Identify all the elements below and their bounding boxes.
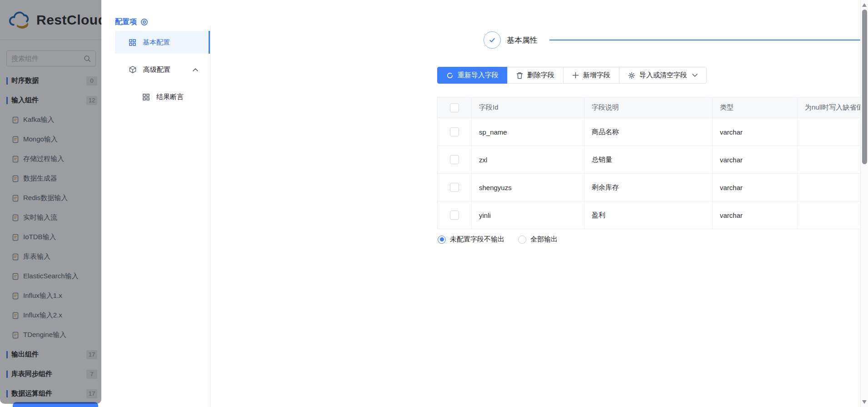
col-header-field-id: 字段Id (472, 97, 584, 118)
col-header-type: 类型 (713, 97, 798, 118)
output-option[interactable]: 全部输出 (518, 235, 558, 244)
row-checkbox[interactable] (450, 127, 459, 136)
cell-description: 总销量 (584, 146, 713, 174)
row-checkbox[interactable] (450, 211, 459, 220)
chevron-down-icon (692, 74, 698, 77)
config-panel: 配置项 基本配置 高级配置 结果断言 (101, 0, 210, 407)
row-checkbox[interactable] (450, 155, 459, 164)
drawer-mask[interactable] (0, 0, 101, 404)
output-option-label: 全部输出 (530, 235, 558, 244)
config-item-result-assert[interactable]: 结果断言 (115, 85, 210, 108)
button-label: 导入或清空字段 (639, 71, 687, 80)
radio-icon (518, 236, 526, 244)
check-icon (488, 36, 496, 44)
cell-field-id: shengyuzs (472, 174, 584, 201)
output-option-label: 未配置字段不输出 (450, 235, 504, 244)
fields-table: 字段Id 字段说明 类型 为null时写入缺省值 绑定数据转换规则 顺序 sp_… (437, 97, 868, 229)
config-item-label: 结果断言 (156, 93, 184, 101)
cell-description: 商品名称 (584, 118, 713, 146)
cell-null-default (798, 174, 868, 201)
cell-field-id: zxl (472, 146, 584, 174)
button-label: 新增字段 (583, 71, 610, 80)
component-sidebar: RestCloud 时序数据 0 输入组件 12 Kafka输入 Mongo输入 (0, 0, 101, 407)
cell-null-default (798, 118, 868, 146)
delete-fields-button[interactable]: 删除字段 (507, 67, 564, 84)
field-toolbar: 重新导入字段 删除字段 新增字段 导入或清空字段 (437, 67, 707, 84)
step-connector (549, 40, 868, 40)
cell-type: varchar (713, 146, 798, 174)
step1-label: 基本属性 (507, 35, 538, 45)
stepper: 基本属性 2 输出字段 (484, 31, 868, 49)
cell-type: varchar (713, 201, 798, 229)
reimport-fields-button[interactable]: 重新导入字段 (437, 67, 508, 84)
table-row: zxl 总销量 varchar +绑定规则 ↑↓ (438, 146, 868, 174)
button-label: 重新导入字段 (458, 71, 499, 80)
target-icon (140, 18, 148, 26)
config-item-advanced[interactable]: 高级配置 (115, 58, 210, 81)
cube-icon (129, 65, 137, 74)
chevron-up-icon[interactable] (193, 68, 198, 71)
cell-field-id: sp_name (472, 118, 584, 146)
config-panel-title: 配置项 (115, 17, 137, 27)
vertical-scrollbar[interactable] (860, 0, 868, 407)
table-row: sp_name 商品名称 varchar +绑定规则 ↑↓ (438, 118, 868, 146)
table-row: shengyuzs 剩余库存 varchar +绑定规则 ↑↓ (438, 174, 868, 201)
grid-icon (129, 39, 136, 46)
scroll-up-arrow-icon[interactable] (862, 3, 867, 7)
cell-type: varchar (713, 118, 798, 146)
cell-description: 剩余库存 (584, 174, 713, 201)
col-header-null-default: 为null时写入缺省值 (798, 97, 868, 118)
grid-icon (142, 93, 150, 101)
scroll-down-arrow-icon[interactable] (862, 400, 867, 404)
table-row: yinli 盈利 varchar +绑定规则 ↑↓ (438, 201, 868, 229)
config-item-basic[interactable]: 基本配置 (115, 31, 210, 54)
config-title-row: 配置项 (115, 17, 148, 27)
gear-icon (628, 72, 635, 79)
drawer-main: 基本属性 2 输出字段 历史数据流信息 重新导入字段 (210, 0, 860, 407)
cell-field-id: yinli (472, 201, 584, 229)
select-all-checkbox[interactable] (450, 103, 459, 112)
button-label: 删除字段 (527, 71, 554, 80)
cell-null-default (798, 146, 868, 174)
import-or-clear-fields-button[interactable]: 导入或清空字段 (619, 67, 707, 84)
add-field-button[interactable]: 新增字段 (563, 67, 619, 84)
plus-icon (572, 72, 579, 79)
scrollbar-thumb[interactable] (862, 10, 867, 164)
row-checkbox[interactable] (450, 183, 459, 192)
trash-icon (516, 72, 523, 79)
step1-circle (484, 31, 501, 49)
cell-null-default (798, 201, 868, 229)
table-header-row: 字段Id 字段说明 类型 为null时写入缺省值 绑定数据转换规则 顺序 (438, 97, 868, 118)
cell-description: 盈利 (584, 201, 713, 229)
refresh-icon (446, 72, 454, 79)
cell-type: varchar (713, 174, 798, 201)
radio-icon (438, 236, 446, 244)
config-item-label: 高级配置 (143, 65, 170, 74)
output-option[interactable]: 未配置字段不输出 (438, 235, 504, 244)
col-header-description: 字段说明 (584, 97, 713, 118)
output-options: 未配置字段不输出 全部输出 (438, 235, 558, 244)
app-window: RestCloud 时序数据 0 输入组件 12 Kafka输入 Mongo输入 (0, 0, 868, 407)
config-item-label: 基本配置 (143, 38, 170, 47)
table-body: sp_name 商品名称 varchar +绑定规则 ↑↓ zxl 总销量 va… (438, 118, 868, 229)
